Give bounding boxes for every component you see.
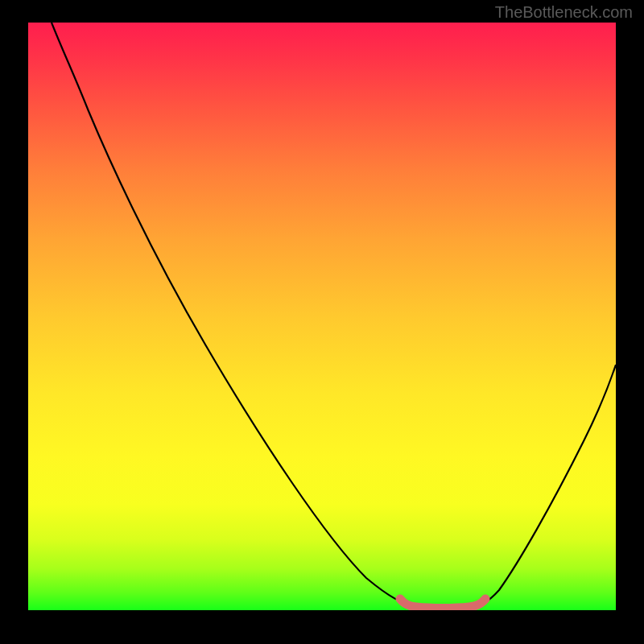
chart-plot-area — [28, 23, 616, 610]
chart-svg — [28, 23, 616, 610]
watermark-text: TheBottleneck.com — [495, 3, 633, 22]
valley-marker-path — [400, 599, 485, 609]
bottleneck-curve-path — [52, 23, 616, 607]
